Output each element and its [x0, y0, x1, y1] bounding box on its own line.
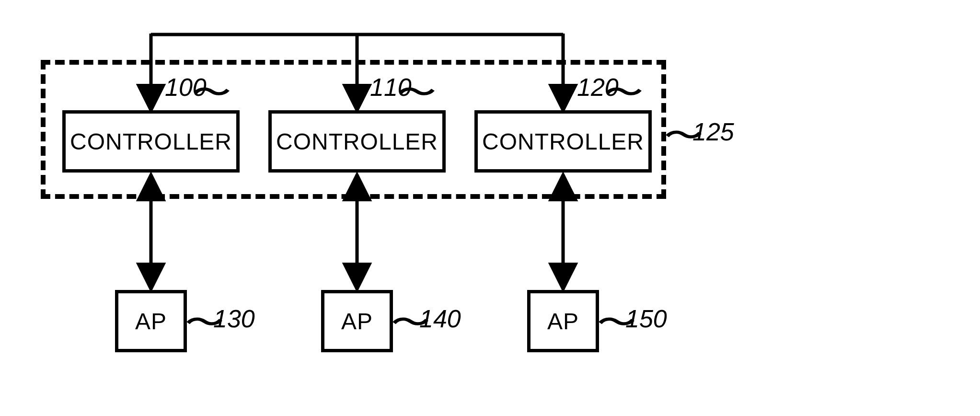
ap-box-150: AP	[527, 290, 599, 352]
controller-box-100: CONTROLLER	[62, 110, 240, 173]
ref-controller-100: 100	[165, 73, 207, 102]
controller-label: CONTROLLER	[276, 128, 438, 155]
ref-ap-150: 150	[625, 304, 667, 333]
ap-label: AP	[341, 308, 373, 335]
ref-group-125: 125	[692, 117, 734, 146]
ap-box-140: AP	[321, 290, 393, 352]
controller-box-120: CONTROLLER	[474, 110, 652, 173]
controller-label: CONTROLLER	[70, 128, 232, 155]
ap-label: AP	[547, 308, 579, 335]
controller-label: CONTROLLER	[482, 128, 644, 155]
ref-ap-140: 140	[419, 304, 461, 333]
ap-label: AP	[135, 308, 167, 335]
controller-box-110: CONTROLLER	[268, 110, 446, 173]
ref-controller-110: 110	[370, 73, 412, 102]
diagram-stage: CONTROLLER CONTROLLER CONTROLLER AP AP A…	[0, 0, 980, 416]
ref-controller-120: 120	[577, 73, 619, 102]
ap-box-130: AP	[115, 290, 187, 352]
ref-ap-130: 130	[213, 304, 255, 333]
